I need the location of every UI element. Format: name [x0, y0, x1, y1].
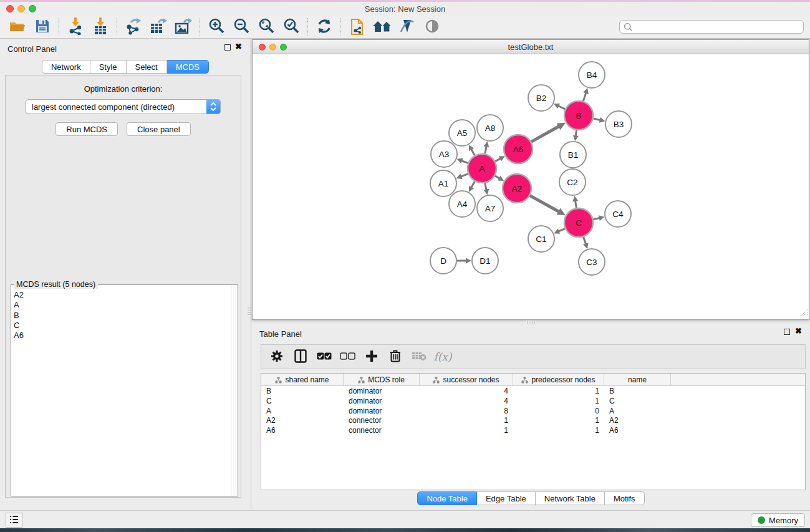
result-item[interactable]: A6 — [14, 331, 230, 341]
table-cell[interactable]: C — [261, 396, 344, 406]
export-network-button[interactable] — [121, 17, 146, 37]
export-table-button[interactable] — [146, 17, 171, 37]
table-cell[interactable]: dominator — [344, 406, 420, 416]
column-type-icon — [521, 377, 528, 384]
table-cell[interactable]: A6 — [261, 425, 344, 435]
result-item[interactable]: A2 — [14, 290, 230, 300]
vertical-splitter-handle[interactable] — [248, 306, 251, 316]
export-image-button[interactable] — [171, 17, 196, 37]
show-hide-panels-button[interactable] — [420, 17, 445, 37]
table-cell[interactable]: A — [604, 406, 671, 416]
table-cell[interactable]: 8 — [420, 406, 513, 416]
column-header-successor-nodes[interactable]: successor nodes — [420, 374, 513, 386]
close-panel-icon[interactable]: ✖ — [235, 42, 242, 51]
delete-column-button[interactable] — [385, 347, 406, 367]
table-cell[interactable]: 4 — [420, 386, 513, 396]
close-table-panel-icon[interactable]: ✖ — [795, 327, 802, 336]
table-cell[interactable]: 1 — [513, 386, 604, 396]
node-label-B4: B4 — [587, 70, 597, 80]
tab-edge-table[interactable]: Edge Table — [477, 491, 536, 505]
edge-A6-B[interactable] — [531, 126, 559, 142]
network-graph[interactable]: B4B2BB3A5A8A6A3AB1A1A2C2A4A7CC4C1C3DD1 — [253, 55, 809, 319]
node-label-C2: C2 — [567, 178, 577, 187]
save-session-button[interactable] — [30, 17, 55, 37]
table-row[interactable]: A6connector11A6 — [261, 425, 805, 435]
table-row[interactable]: A2connector11A2 — [261, 415, 805, 425]
table-cell[interactable]: dominator — [344, 386, 420, 396]
table-cell[interactable]: connector — [344, 415, 420, 425]
zoom-out-button[interactable] — [229, 17, 254, 37]
edge-B-B4[interactable] — [583, 92, 586, 102]
network-snapshot-button[interactable] — [345, 17, 370, 37]
table-settings-button[interactable] — [266, 347, 287, 367]
tab-style[interactable]: Style — [90, 60, 127, 74]
window-resize-grip[interactable] — [800, 309, 808, 319]
table-cell[interactable]: C — [604, 396, 671, 406]
table-cell[interactable]: A6 — [604, 425, 671, 435]
unselect-all-columns-button[interactable] — [337, 347, 359, 367]
tab-select[interactable]: Select — [127, 60, 167, 74]
table-cell[interactable]: 1 — [513, 415, 604, 425]
table-cell[interactable]: connector — [344, 425, 420, 435]
tab-node-table[interactable]: Node Table — [417, 491, 477, 505]
mcds-result-list[interactable]: A2ABCA6 — [14, 290, 230, 495]
search-input[interactable] — [619, 20, 804, 34]
zoom-fit-button[interactable] — [254, 17, 279, 37]
float-table-panel-icon[interactable] — [784, 329, 790, 335]
select-all-columns-button[interactable] — [314, 347, 335, 367]
column-header-name[interactable]: name — [604, 374, 671, 386]
table-cell[interactable]: A2 — [261, 415, 344, 425]
edge-A2-C[interactable] — [530, 196, 559, 212]
run-mcds-button[interactable]: Run MCDS — [55, 122, 118, 136]
memory-button[interactable]: Memory — [751, 513, 805, 527]
column-header-predecessor-nodes[interactable]: predecessor nodes — [513, 374, 604, 386]
table-cell[interactable]: A — [261, 406, 344, 416]
table-row[interactable]: Cdominator41C — [261, 396, 805, 406]
table-cell[interactable]: B — [604, 386, 671, 396]
create-column-button[interactable] — [361, 347, 382, 367]
apply-layout-button[interactable] — [312, 17, 337, 37]
table-cell[interactable]: 1 — [420, 415, 513, 425]
table-cell[interactable]: 0 — [513, 406, 604, 416]
cybrowser-home-button[interactable] — [370, 17, 395, 37]
table-cell[interactable]: A2 — [604, 415, 671, 425]
column-header-shared-name[interactable]: shared name — [261, 374, 344, 386]
table-cell[interactable]: 4 — [420, 396, 513, 406]
float-panel-icon[interactable] — [224, 44, 231, 51]
zoom-selected-button[interactable] — [279, 17, 304, 37]
optimization-criterion-select[interactable]: largest connected component (directed) — [26, 99, 221, 114]
network-window-titlebar[interactable]: testGlobe.txt — [253, 40, 809, 54]
tab-motifs[interactable]: Motifs — [605, 491, 645, 505]
show-column-button[interactable] — [290, 347, 311, 367]
arrowhead-D-D1 — [466, 258, 471, 264]
import-network-button[interactable] — [63, 17, 88, 37]
zoom-in-button[interactable] — [204, 17, 229, 37]
result-item[interactable]: A — [14, 300, 230, 310]
tab-network[interactable]: Network — [42, 60, 90, 74]
column-header-MCDS-role[interactable]: MCDS role — [344, 374, 420, 386]
result-item[interactable]: C — [14, 321, 230, 331]
open-session-button[interactable] — [5, 17, 30, 37]
result-scrollbar[interactable] — [231, 285, 238, 496]
table-cell[interactable]: dominator — [344, 396, 420, 406]
edge-A-A1[interactable] — [460, 174, 468, 177]
close-panel-button[interactable]: Close panel — [127, 122, 191, 136]
table-row[interactable]: Adominator80A — [261, 406, 805, 416]
horizontal-splitter-handle[interactable] — [526, 321, 536, 324]
column-header-label: shared name — [285, 375, 329, 384]
edge-C-C3[interactable] — [584, 237, 586, 245]
tab-network-table[interactable]: Network Table — [536, 491, 605, 505]
table-row[interactable]: Bdominator41B — [261, 386, 805, 396]
show-panels-list-button[interactable] — [6, 513, 22, 528]
table-cell[interactable]: 1 — [513, 425, 604, 435]
table-cell[interactable]: B — [261, 386, 344, 396]
hide-labels-button[interactable] — [395, 17, 420, 37]
tab-mcds[interactable]: MCDS — [167, 60, 209, 74]
delete-table-button[interactable] — [408, 347, 430, 367]
import-table-button[interactable] — [88, 17, 113, 37]
table-cell[interactable]: 1 — [420, 425, 513, 435]
table-cell[interactable]: 1 — [513, 396, 604, 406]
result-item[interactable]: B — [14, 311, 230, 321]
network-canvas[interactable]: B4B2BB3A5A8A6A3AB1A1A2C2A4A7CC4C1C3DD1 — [253, 55, 809, 319]
function-builder-button[interactable]: f(x) — [432, 347, 453, 367]
